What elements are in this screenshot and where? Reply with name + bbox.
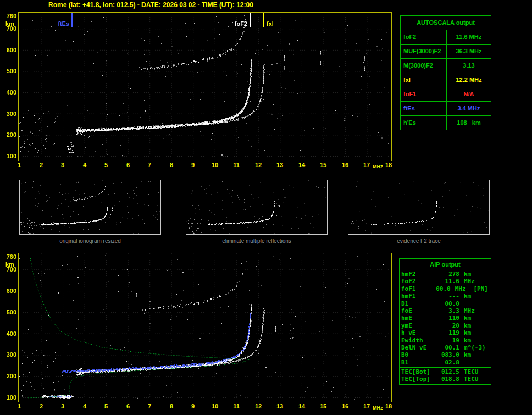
x-axis-tick: 8: [167, 403, 176, 410]
autoscala-param-name: fxl: [401, 73, 447, 87]
x-axis-tick: 2: [36, 403, 46, 410]
x-axis-tick: 4: [80, 403, 90, 410]
autoscala-param-value: 11.6 MHz: [447, 30, 491, 44]
ionogram-canvas-bottom: [19, 253, 390, 401]
y-axis-tick: 300: [2, 351, 16, 358]
autoscala-param-name: h'Es: [401, 116, 447, 130]
x-axis-tick: 4: [80, 162, 90, 168]
x-axis-tick: 11: [231, 403, 241, 410]
x-axis-tick: 3: [58, 403, 68, 410]
x-axis-tick: 9: [188, 403, 198, 410]
aip-table-row: DelN_vE00.1m^(-3): [400, 344, 491, 351]
aip-param-unit: [459, 300, 486, 307]
x-axis-tick: 9: [188, 162, 198, 168]
fof2-marker-label: foF2: [226, 20, 247, 27]
aip-param-name: TEC[Bot]: [401, 368, 432, 375]
autoscala-window: Rome (lat: +41.8, lon: 012.5) - DATE: 20…: [0, 0, 532, 415]
thumbnail-f2-trace-canvas: [348, 180, 489, 234]
autoscala-param-name: ftEs: [401, 102, 447, 115]
aip-param-name: B1: [401, 359, 432, 366]
x-axis-tick: 1: [14, 403, 24, 410]
aip-param-value: 00.0: [427, 285, 450, 292]
x-axis-tick: 6: [123, 162, 133, 168]
x-axis-tick: 13: [275, 403, 285, 410]
thumbnail-f2-trace-caption: evidence F2 trace: [348, 238, 490, 244]
aip-param-extra: [486, 278, 489, 285]
aip-param-unit: km: [459, 329, 486, 336]
aip-param-extra: [PN]: [474, 285, 490, 292]
aip-param-extra: [486, 375, 489, 383]
aip-table-row: h_vE119km: [400, 329, 491, 336]
aip-param-unit: TECU: [459, 368, 486, 375]
aip-table-row: foF211.6MHz: [400, 278, 491, 285]
x-axis-tick: 6: [123, 403, 133, 410]
y-axis-tick: 100: [2, 394, 16, 401]
y-axis-tick: 500: [2, 68, 16, 74]
x-axis-tick: 7: [145, 162, 154, 168]
thumbnail-original-ionogram-canvas: [20, 180, 160, 234]
autoscala-table-row: M(3000)F23.13: [401, 59, 491, 73]
ionogram-plot-bottom: [18, 253, 392, 402]
thumbnail-original-caption: original ionogram resized: [19, 238, 161, 244]
y-axis-unit-label: km: [5, 261, 14, 268]
aip-param-unit: MHz: [459, 307, 486, 314]
x-axis-tick: 17: [362, 162, 372, 168]
aip-param-extra: [486, 314, 489, 322]
y-axis-unit-label: km: [5, 20, 14, 27]
window-title: Rome (lat: +41.8, lon: 012.5) - DATE: 20…: [48, 1, 253, 9]
aip-param-value: 012.5: [432, 368, 459, 375]
aip-param-name: TEC[Top]: [401, 375, 432, 383]
y-axis-tick: 600: [2, 287, 16, 294]
aip-param-unit: km: [459, 337, 486, 344]
aip-param-name: B0: [401, 351, 432, 358]
x-axis-tick: 11: [231, 162, 241, 168]
thumbnail-f2-trace: [348, 180, 490, 235]
x-axis-tick: 18: [384, 403, 394, 410]
aip-output-rows: hmF2278kmfoF211.6MHzfoF100.0MHz[PN]hmF1-…: [400, 270, 491, 366]
x-axis-tick: 3: [58, 162, 68, 168]
y-axis-tick: 500: [2, 309, 16, 316]
x-axis-tick: 5: [101, 403, 111, 410]
aip-param-value: 02.8: [432, 359, 459, 366]
x-axis-tick: 10: [210, 403, 220, 410]
autoscala-param-value: 3.4 MHz: [447, 102, 491, 115]
y-axis-tick: 200: [2, 373, 16, 379]
x-axis-tick: 15: [318, 403, 328, 410]
aip-param-extra: [486, 300, 489, 307]
aip-param-extra: [486, 270, 489, 278]
aip-param-extra: [486, 322, 489, 329]
x-axis-tick: 2: [36, 162, 46, 168]
x-axis-tick: 18: [384, 162, 394, 168]
fxl-marker-line: [263, 13, 264, 27]
x-axis-tick: 16: [340, 403, 350, 410]
aip-param-name: hmE: [401, 314, 432, 322]
ftes-marker-line: [71, 13, 73, 27]
aip-param-value: 110: [432, 314, 459, 322]
x-axis-tick: 5: [101, 162, 111, 168]
y-axis-tick: 200: [2, 131, 16, 138]
aip-param-unit: km: [459, 322, 486, 329]
aip-param-extra: [486, 368, 489, 375]
aip-table-row: B102.8: [400, 359, 491, 366]
aip-param-unit: km: [459, 314, 486, 322]
autoscala-table-row: MUF(3000)F236.3 MHz: [401, 45, 491, 59]
y-axis-tick: 760: [2, 253, 16, 260]
aip-param-name: DelN_vE: [401, 344, 432, 351]
x-axis-unit-label: MHz: [373, 164, 383, 169]
y-axis-tick: 400: [2, 330, 16, 337]
aip-param-unit: km: [459, 292, 486, 300]
aip-table-row: D100.0: [400, 300, 491, 307]
aip-output-table: AIP output hmF2278kmfoF211.6MHzfoF100.0M…: [399, 258, 491, 385]
autoscala-param-value: 108 km: [447, 116, 491, 130]
aip-table-row: ymE20km: [400, 322, 491, 329]
y-axis-tick: 400: [2, 89, 16, 96]
autoscala-table-row: ftEs3.4 MHz: [401, 102, 491, 116]
aip-table-row: TEC[Bot]012.5TECU: [400, 368, 491, 375]
ftes-marker-label: ftEs: [48, 20, 69, 27]
autoscala-param-name: foF1: [401, 87, 447, 101]
autoscala-param-value: 12.2 MHz: [447, 73, 491, 87]
aip-param-extra: [486, 351, 489, 358]
aip-table-row: hmF1---km: [400, 292, 491, 300]
aip-output-title: AIP output: [400, 259, 491, 270]
autoscala-param-value: 36.3 MHz: [447, 45, 491, 58]
